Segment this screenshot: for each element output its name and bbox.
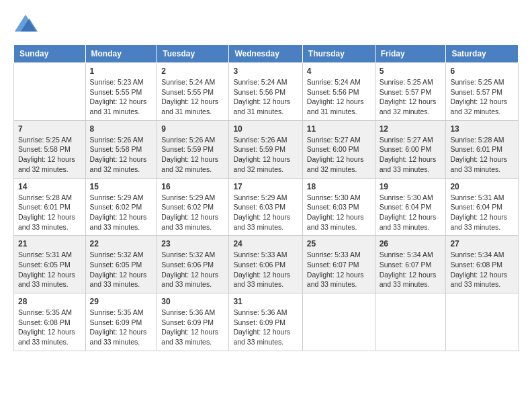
day-number: 4 <box>307 66 371 76</box>
calendar-day-30: 30Sunrise: 5:36 AM Sunset: 6:09 PM Dayli… <box>157 293 229 351</box>
day-info: Sunrise: 5:32 AM Sunset: 6:05 PM Dayligh… <box>90 250 153 289</box>
calendar-day-1: 1Sunrise: 5:23 AM Sunset: 5:55 PM Daylig… <box>85 63 157 121</box>
day-number: 19 <box>380 182 442 191</box>
weekday-header-thursday: Thursday <box>302 45 375 63</box>
day-number: 12 <box>380 124 442 134</box>
calendar-day-2: 2Sunrise: 5:24 AM Sunset: 5:55 PM Daylig… <box>157 63 229 121</box>
day-number: 7 <box>18 124 81 134</box>
calendar-day-27: 27Sunrise: 5:34 AM Sunset: 6:08 PM Dayli… <box>446 236 519 293</box>
day-info: Sunrise: 5:25 AM Sunset: 5:57 PM Dayligh… <box>450 77 514 117</box>
calendar-day-14: 14Sunrise: 5:28 AM Sunset: 6:01 PM Dayli… <box>14 178 86 236</box>
day-number: 6 <box>450 66 514 76</box>
day-info: Sunrise: 5:29 AM Sunset: 6:02 PM Dayligh… <box>90 193 153 232</box>
day-info: Sunrise: 5:28 AM Sunset: 6:01 PM Dayligh… <box>18 193 81 232</box>
calendar-week-row-2: 7Sunrise: 5:25 AM Sunset: 5:58 PM Daylig… <box>14 120 519 178</box>
day-number: 8 <box>90 124 153 134</box>
calendar-week-row-3: 14Sunrise: 5:28 AM Sunset: 6:01 PM Dayli… <box>14 178 519 236</box>
day-number: 14 <box>18 182 81 191</box>
day-info: Sunrise: 5:36 AM Sunset: 6:09 PM Dayligh… <box>233 308 298 347</box>
day-info: Sunrise: 5:29 AM Sunset: 6:02 PM Dayligh… <box>161 193 224 232</box>
calendar-day-empty <box>375 293 446 351</box>
day-number: 3 <box>233 66 298 76</box>
day-info: Sunrise: 5:31 AM Sunset: 6:04 PM Dayligh… <box>450 193 514 232</box>
day-number: 27 <box>450 239 514 248</box>
calendar-day-6: 6Sunrise: 5:25 AM Sunset: 5:57 PM Daylig… <box>446 63 519 121</box>
day-info: Sunrise: 5:31 AM Sunset: 6:05 PM Dayligh… <box>18 250 81 289</box>
calendar-week-row-1: 1Sunrise: 5:23 AM Sunset: 5:55 PM Daylig… <box>14 63 519 121</box>
calendar-day-20: 20Sunrise: 5:31 AM Sunset: 6:04 PM Dayli… <box>446 178 519 236</box>
calendar-day-17: 17Sunrise: 5:29 AM Sunset: 6:03 PM Dayli… <box>229 178 302 236</box>
day-info: Sunrise: 5:32 AM Sunset: 6:06 PM Dayligh… <box>161 250 224 289</box>
day-info: Sunrise: 5:24 AM Sunset: 5:56 PM Dayligh… <box>307 77 371 117</box>
calendar-day-8: 8Sunrise: 5:26 AM Sunset: 5:58 PM Daylig… <box>85 120 157 178</box>
calendar-day-25: 25Sunrise: 5:33 AM Sunset: 6:07 PM Dayli… <box>302 236 375 293</box>
weekday-header-tuesday: Tuesday <box>157 45 229 63</box>
calendar-day-5: 5Sunrise: 5:25 AM Sunset: 5:57 PM Daylig… <box>375 63 446 121</box>
day-info: Sunrise: 5:27 AM Sunset: 6:00 PM Dayligh… <box>380 135 442 175</box>
day-info: Sunrise: 5:25 AM Sunset: 5:57 PM Dayligh… <box>380 77 442 117</box>
logo <box>13 13 42 38</box>
calendar-day-26: 26Sunrise: 5:34 AM Sunset: 6:07 PM Dayli… <box>375 236 446 293</box>
day-info: Sunrise: 5:23 AM Sunset: 5:55 PM Dayligh… <box>90 77 153 117</box>
calendar-day-15: 15Sunrise: 5:29 AM Sunset: 6:02 PM Dayli… <box>85 178 157 236</box>
day-number: 17 <box>233 182 298 191</box>
calendar-day-21: 21Sunrise: 5:31 AM Sunset: 6:05 PM Dayli… <box>14 236 86 293</box>
day-info: Sunrise: 5:34 AM Sunset: 6:07 PM Dayligh… <box>380 250 442 289</box>
calendar-day-28: 28Sunrise: 5:35 AM Sunset: 6:08 PM Dayli… <box>14 293 86 351</box>
day-number: 22 <box>90 239 153 248</box>
page-header <box>13 13 519 38</box>
day-info: Sunrise: 5:27 AM Sunset: 6:00 PM Dayligh… <box>307 135 371 175</box>
day-number: 11 <box>307 124 371 134</box>
day-number: 24 <box>233 239 298 248</box>
day-info: Sunrise: 5:34 AM Sunset: 6:08 PM Dayligh… <box>450 250 514 289</box>
day-number: 20 <box>450 182 514 191</box>
calendar-day-24: 24Sunrise: 5:33 AM Sunset: 6:06 PM Dayli… <box>229 236 302 293</box>
calendar-day-29: 29Sunrise: 5:35 AM Sunset: 6:09 PM Dayli… <box>85 293 157 351</box>
day-number: 16 <box>161 182 224 191</box>
calendar-day-16: 16Sunrise: 5:29 AM Sunset: 6:02 PM Dayli… <box>157 178 229 236</box>
day-info: Sunrise: 5:28 AM Sunset: 6:01 PM Dayligh… <box>450 135 514 175</box>
day-info: Sunrise: 5:26 AM Sunset: 5:59 PM Dayligh… <box>161 135 224 175</box>
day-number: 18 <box>307 182 371 191</box>
calendar-day-13: 13Sunrise: 5:28 AM Sunset: 6:01 PM Dayli… <box>446 120 519 178</box>
calendar-day-11: 11Sunrise: 5:27 AM Sunset: 6:00 PM Dayli… <box>302 120 375 178</box>
calendar-day-4: 4Sunrise: 5:24 AM Sunset: 5:56 PM Daylig… <box>302 63 375 121</box>
day-info: Sunrise: 5:26 AM Sunset: 5:59 PM Dayligh… <box>233 135 298 175</box>
day-info: Sunrise: 5:25 AM Sunset: 5:58 PM Dayligh… <box>18 135 81 175</box>
day-number: 30 <box>161 297 224 306</box>
day-info: Sunrise: 5:29 AM Sunset: 6:03 PM Dayligh… <box>233 193 298 232</box>
day-number: 25 <box>307 239 371 248</box>
calendar-day-7: 7Sunrise: 5:25 AM Sunset: 5:58 PM Daylig… <box>14 120 86 178</box>
calendar-day-10: 10Sunrise: 5:26 AM Sunset: 5:59 PM Dayli… <box>229 120 302 178</box>
day-info: Sunrise: 5:35 AM Sunset: 6:08 PM Dayligh… <box>18 308 81 347</box>
calendar-day-empty <box>14 63 86 121</box>
day-number: 13 <box>450 124 514 134</box>
calendar-day-empty <box>446 293 519 351</box>
calendar-day-18: 18Sunrise: 5:30 AM Sunset: 6:03 PM Dayli… <box>302 178 375 236</box>
calendar-day-9: 9Sunrise: 5:26 AM Sunset: 5:59 PM Daylig… <box>157 120 229 178</box>
day-number: 26 <box>380 239 442 248</box>
calendar-day-22: 22Sunrise: 5:32 AM Sunset: 6:05 PM Dayli… <box>85 236 157 293</box>
calendar-day-19: 19Sunrise: 5:30 AM Sunset: 6:04 PM Dayli… <box>375 178 446 236</box>
weekday-header-wednesday: Wednesday <box>229 45 302 63</box>
weekday-header-friday: Friday <box>375 45 446 63</box>
day-info: Sunrise: 5:33 AM Sunset: 6:07 PM Dayligh… <box>307 250 371 289</box>
day-info: Sunrise: 5:30 AM Sunset: 6:03 PM Dayligh… <box>307 193 371 232</box>
day-number: 21 <box>18 239 81 248</box>
day-info: Sunrise: 5:35 AM Sunset: 6:09 PM Dayligh… <box>90 308 153 347</box>
day-info: Sunrise: 5:30 AM Sunset: 6:04 PM Dayligh… <box>380 193 442 232</box>
weekday-header-monday: Monday <box>85 45 157 63</box>
weekday-header-saturday: Saturday <box>446 45 519 63</box>
calendar-day-12: 12Sunrise: 5:27 AM Sunset: 6:00 PM Dayli… <box>375 120 446 178</box>
calendar-week-row-4: 21Sunrise: 5:31 AM Sunset: 6:05 PM Dayli… <box>14 236 519 293</box>
weekday-header-sunday: Sunday <box>14 45 86 63</box>
day-number: 10 <box>233 124 298 134</box>
calendar-day-23: 23Sunrise: 5:32 AM Sunset: 6:06 PM Dayli… <box>157 236 229 293</box>
calendar-table: SundayMondayTuesdayWednesdayThursdayFrid… <box>13 44 519 351</box>
day-number: 5 <box>380 66 442 76</box>
day-number: 15 <box>90 182 153 191</box>
calendar-day-31: 31Sunrise: 5:36 AM Sunset: 6:09 PM Dayli… <box>229 293 302 351</box>
day-number: 28 <box>18 297 81 306</box>
day-number: 1 <box>90 66 153 76</box>
day-info: Sunrise: 5:26 AM Sunset: 5:58 PM Dayligh… <box>90 135 153 175</box>
